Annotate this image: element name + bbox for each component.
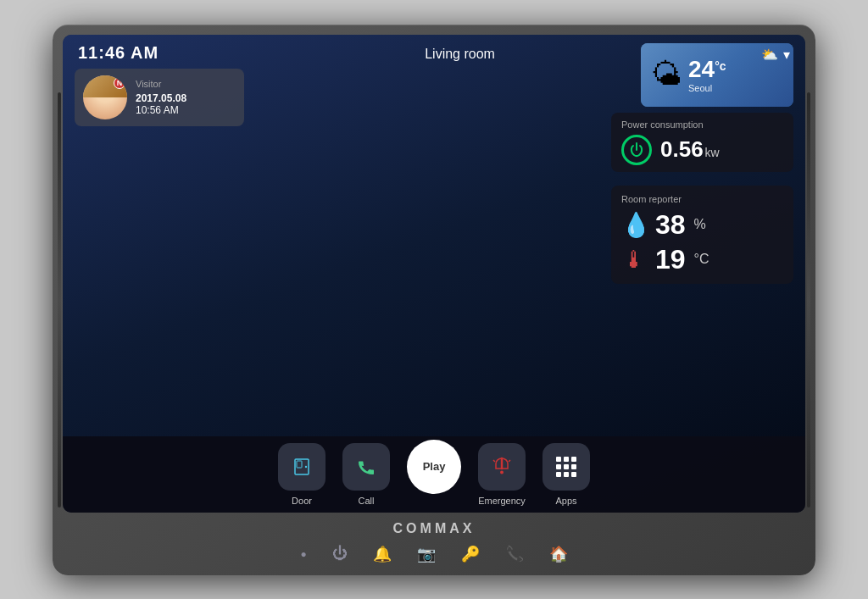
power-widget: Power consumption 0.56kw <box>611 113 793 172</box>
svg-point-3 <box>500 470 504 474</box>
bottom-controls: ● ⏻ 🔔 📷 🔑 📞 🏠 <box>63 545 805 563</box>
door-icon <box>278 443 326 491</box>
visitor-card[interactable]: N Visitor 2017.05.08 10:56 AM <box>75 69 244 126</box>
room-temperature-value: 19 <box>655 244 686 275</box>
humidity-unit: % <box>694 217 706 232</box>
action-bar: Door Call Play Play <box>63 436 805 513</box>
camera-button[interactable]: 📷 <box>417 545 436 563</box>
top-bar: 11:46 AM Living room ⛅ ▾ <box>63 35 805 63</box>
device-bottom: COMMAX ● ⏻ 🔔 📷 🔑 📞 🏠 <box>63 513 805 568</box>
call-button[interactable]: Call <box>342 443 390 506</box>
visitor-time: 10:56 AM <box>136 104 186 116</box>
time-display: 11:46 AM <box>78 43 159 63</box>
brand-name: COMMAX <box>393 521 476 536</box>
call-end-button[interactable]: 📞 <box>505 545 524 563</box>
device-frame: 11:46 AM Living room ⛅ ▾ N Visitor 2017. <box>53 25 815 575</box>
apps-icon <box>542 443 590 491</box>
emergency-label: Emergency <box>478 496 526 506</box>
svg-point-2 <box>305 465 307 467</box>
room-reporter-title: Room reporter <box>621 194 783 204</box>
humidity-icon: 💧 <box>621 211 647 239</box>
room-widget: Room reporter 💧 38 % 🌡 19 °C <box>611 186 793 284</box>
door-button[interactable]: Door <box>278 443 326 506</box>
notification-dot: N <box>114 77 125 89</box>
call-icon <box>342 443 390 491</box>
temperature-row: 🌡 19 °C <box>621 244 783 275</box>
visitor-avatar: N <box>83 75 127 119</box>
play-button[interactable]: Play Play <box>407 440 461 509</box>
thermometer-icon: 🌡 <box>621 246 647 274</box>
key-button[interactable]: 🔑 <box>461 545 480 563</box>
visitor-label: Visitor <box>136 79 186 89</box>
emergency-icon <box>478 443 526 491</box>
power-value: 0.56kw <box>660 136 720 163</box>
room-temperature-unit: °C <box>694 252 709 267</box>
visitor-info: Visitor 2017.05.08 10:56 AM <box>136 79 186 116</box>
door-label: Door <box>292 496 312 506</box>
visitor-date: 2017.05.08 <box>136 92 186 104</box>
humidity-value: 38 <box>655 209 686 241</box>
bell-button[interactable]: 🔔 <box>373 545 392 563</box>
apps-button[interactable]: Apps <box>542 443 590 506</box>
status-icons: ⛅ ▾ <box>761 47 790 63</box>
dot-indicator: ● <box>300 548 306 560</box>
power-title: Power consumption <box>621 119 783 130</box>
room-name: Living room <box>425 47 495 62</box>
svg-rect-1 <box>297 461 302 468</box>
wifi-icon: ▾ <box>783 47 790 63</box>
emergency-button[interactable]: Emergency <box>478 443 526 506</box>
main-screen: 11:46 AM Living room ⛅ ▾ N Visitor 2017. <box>63 35 805 436</box>
play-icon: Play <box>407 440 461 494</box>
home-button[interactable]: 🏠 <box>549 545 568 563</box>
humidity-row: 💧 38 % <box>621 209 783 241</box>
power-icon <box>621 135 652 165</box>
weather-city: Seoul <box>688 83 726 93</box>
cloud-icon: ⛅ <box>761 47 778 63</box>
apps-label: Apps <box>555 496 576 506</box>
call-label: Call <box>359 496 375 506</box>
device-screen-area: 11:46 AM Living room ⛅ ▾ N Visitor 2017. <box>63 35 805 513</box>
power-button[interactable]: ⏻ <box>332 545 348 563</box>
